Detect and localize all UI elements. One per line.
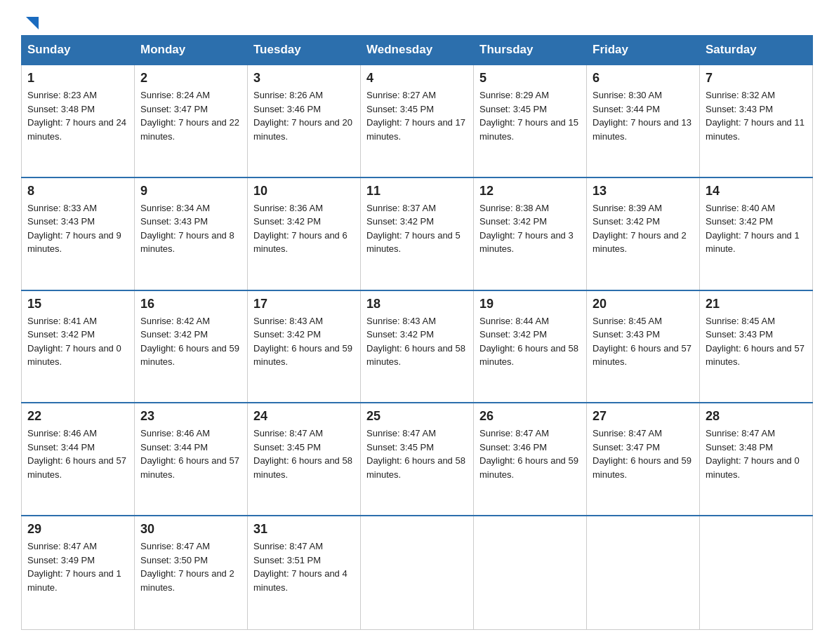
calendar-cell: 15Sunrise: 8:41 AMSunset: 3:42 PMDayligh… [22, 290, 135, 403]
calendar-cell: 28Sunrise: 8:47 AMSunset: 3:48 PMDayligh… [700, 403, 813, 516]
day-number: 2 [140, 71, 241, 86]
calendar-cell: 3Sunrise: 8:26 AMSunset: 3:46 PMDaylight… [248, 65, 361, 177]
calendar-week-row: 29Sunrise: 8:47 AMSunset: 3:49 PMDayligh… [22, 516, 813, 629]
calendar-cell: 19Sunrise: 8:44 AMSunset: 3:42 PMDayligh… [474, 290, 587, 403]
calendar-cell: 29Sunrise: 8:47 AMSunset: 3:49 PMDayligh… [22, 516, 135, 629]
day-number: 21 [706, 297, 807, 311]
day-info: Sunrise: 8:45 AMSunset: 3:43 PMDaylight:… [593, 314, 694, 369]
day-number: 9 [140, 184, 241, 199]
day-info: Sunrise: 8:34 AMSunset: 3:43 PMDaylight:… [140, 201, 241, 256]
day-number: 30 [140, 522, 241, 537]
calendar-cell: 18Sunrise: 8:43 AMSunset: 3:42 PMDayligh… [361, 290, 474, 403]
calendar-cell: 2Sunrise: 8:24 AMSunset: 3:47 PMDaylight… [135, 65, 248, 177]
day-info: Sunrise: 8:43 AMSunset: 3:42 PMDaylight:… [253, 314, 355, 369]
calendar-cell: 17Sunrise: 8:43 AMSunset: 3:42 PMDayligh… [248, 290, 361, 403]
day-info: Sunrise: 8:47 AMSunset: 3:48 PMDaylight:… [706, 427, 807, 481]
calendar-cell: 23Sunrise: 8:46 AMSunset: 3:44 PMDayligh… [135, 403, 248, 516]
logo-line1 [21, 14, 39, 31]
calendar-day-header-saturday: Saturday [700, 36, 813, 65]
day-info: Sunrise: 8:30 AMSunset: 3:44 PMDaylight:… [593, 88, 694, 143]
calendar-cell: 10Sunrise: 8:36 AMSunset: 3:42 PMDayligh… [248, 177, 361, 290]
calendar-week-row: 15Sunrise: 8:41 AMSunset: 3:42 PMDayligh… [22, 290, 813, 403]
day-number: 13 [593, 184, 694, 199]
calendar-cell: 13Sunrise: 8:39 AMSunset: 3:42 PMDayligh… [587, 177, 700, 290]
calendar-cell: 25Sunrise: 8:47 AMSunset: 3:45 PMDayligh… [361, 403, 474, 516]
day-info: Sunrise: 8:47 AMSunset: 3:49 PMDaylight:… [27, 539, 128, 594]
calendar-cell: 21Sunrise: 8:45 AMSunset: 3:43 PMDayligh… [700, 290, 813, 403]
calendar-cell: 27Sunrise: 8:47 AMSunset: 3:47 PMDayligh… [587, 403, 700, 516]
day-info: Sunrise: 8:41 AMSunset: 3:42 PMDaylight:… [27, 314, 128, 369]
day-number: 11 [366, 184, 468, 199]
day-number: 19 [479, 297, 581, 311]
day-number: 20 [593, 297, 694, 311]
calendar-cell: 31Sunrise: 8:47 AMSunset: 3:51 PMDayligh… [248, 516, 361, 629]
calendar-cell: 24Sunrise: 8:47 AMSunset: 3:45 PMDayligh… [248, 403, 361, 516]
day-info: Sunrise: 8:37 AMSunset: 3:42 PMDaylight:… [366, 201, 468, 256]
day-info: Sunrise: 8:47 AMSunset: 3:45 PMDaylight:… [366, 427, 468, 481]
calendar-cell: 11Sunrise: 8:37 AMSunset: 3:42 PMDayligh… [361, 177, 474, 290]
day-number: 18 [366, 297, 468, 311]
calendar-day-header-friday: Friday [587, 36, 700, 65]
day-number: 3 [253, 71, 355, 86]
day-info: Sunrise: 8:27 AMSunset: 3:45 PMDaylight:… [366, 88, 468, 143]
day-number: 8 [27, 184, 128, 199]
calendar-cell: 20Sunrise: 8:45 AMSunset: 3:43 PMDayligh… [587, 290, 700, 403]
calendar-cell: 5Sunrise: 8:29 AMSunset: 3:45 PMDaylight… [474, 65, 587, 177]
calendar-cell: 9Sunrise: 8:34 AMSunset: 3:43 PMDaylight… [135, 177, 248, 290]
day-number: 16 [140, 297, 241, 311]
day-number: 6 [593, 71, 694, 86]
day-number: 4 [366, 71, 468, 86]
day-info: Sunrise: 8:24 AMSunset: 3:47 PMDaylight:… [140, 88, 241, 143]
calendar-cell: 22Sunrise: 8:46 AMSunset: 3:44 PMDayligh… [22, 403, 135, 516]
calendar-cell [700, 516, 813, 629]
calendar-table: SundayMondayTuesdayWednesdayThursdayFrid… [21, 35, 813, 630]
calendar-cell: 16Sunrise: 8:42 AMSunset: 3:42 PMDayligh… [135, 290, 248, 403]
calendar-cell: 7Sunrise: 8:32 AMSunset: 3:43 PMDaylight… [700, 65, 813, 177]
logo [21, 14, 39, 28]
day-info: Sunrise: 8:47 AMSunset: 3:46 PMDaylight:… [479, 427, 581, 481]
day-info: Sunrise: 8:45 AMSunset: 3:43 PMDaylight:… [706, 314, 807, 369]
calendar-cell: 26Sunrise: 8:47 AMSunset: 3:46 PMDayligh… [474, 403, 587, 516]
day-number: 31 [253, 522, 355, 537]
day-number: 28 [706, 409, 807, 424]
day-info: Sunrise: 8:44 AMSunset: 3:42 PMDaylight:… [479, 314, 581, 369]
day-number: 14 [706, 184, 807, 199]
calendar-header-row: SundayMondayTuesdayWednesdayThursdayFrid… [22, 36, 813, 65]
calendar-cell: 8Sunrise: 8:33 AMSunset: 3:43 PMDaylight… [22, 177, 135, 290]
day-info: Sunrise: 8:46 AMSunset: 3:44 PMDaylight:… [27, 427, 128, 481]
calendar-cell: 4Sunrise: 8:27 AMSunset: 3:45 PMDaylight… [361, 65, 474, 177]
calendar-day-header-thursday: Thursday [474, 36, 587, 65]
day-info: Sunrise: 8:40 AMSunset: 3:42 PMDaylight:… [706, 201, 807, 256]
calendar-cell: 6Sunrise: 8:30 AMSunset: 3:44 PMDaylight… [587, 65, 700, 177]
day-number: 15 [27, 297, 128, 311]
day-info: Sunrise: 8:43 AMSunset: 3:42 PMDaylight:… [366, 314, 468, 369]
calendar-cell: 30Sunrise: 8:47 AMSunset: 3:50 PMDayligh… [135, 516, 248, 629]
calendar-cell [474, 516, 587, 629]
day-info: Sunrise: 8:47 AMSunset: 3:45 PMDaylight:… [253, 427, 355, 481]
svg-marker-0 [26, 17, 39, 29]
day-number: 22 [27, 409, 128, 424]
day-number: 17 [253, 297, 355, 311]
day-number: 25 [366, 409, 468, 424]
calendar-cell [587, 516, 700, 629]
day-number: 12 [479, 184, 581, 199]
day-number: 29 [27, 522, 128, 537]
header [21, 14, 813, 28]
day-info: Sunrise: 8:47 AMSunset: 3:47 PMDaylight:… [593, 427, 694, 481]
calendar-cell [361, 516, 474, 629]
day-info: Sunrise: 8:26 AMSunset: 3:46 PMDaylight:… [253, 88, 355, 143]
calendar-cell: 14Sunrise: 8:40 AMSunset: 3:42 PMDayligh… [700, 177, 813, 290]
day-number: 7 [706, 71, 807, 86]
day-info: Sunrise: 8:32 AMSunset: 3:43 PMDaylight:… [706, 88, 807, 143]
calendar-cell: 12Sunrise: 8:38 AMSunset: 3:42 PMDayligh… [474, 177, 587, 290]
calendar-week-row: 22Sunrise: 8:46 AMSunset: 3:44 PMDayligh… [22, 403, 813, 516]
day-info: Sunrise: 8:33 AMSunset: 3:43 PMDaylight:… [27, 201, 128, 256]
day-number: 26 [479, 409, 581, 424]
calendar-week-row: 8Sunrise: 8:33 AMSunset: 3:43 PMDaylight… [22, 177, 813, 290]
logo-triangle-icon [23, 15, 39, 31]
day-number: 5 [479, 71, 581, 86]
day-info: Sunrise: 8:36 AMSunset: 3:42 PMDaylight:… [253, 201, 355, 256]
day-info: Sunrise: 8:38 AMSunset: 3:42 PMDaylight:… [479, 201, 581, 256]
day-info: Sunrise: 8:47 AMSunset: 3:51 PMDaylight:… [253, 539, 355, 594]
day-info: Sunrise: 8:29 AMSunset: 3:45 PMDaylight:… [479, 88, 581, 143]
